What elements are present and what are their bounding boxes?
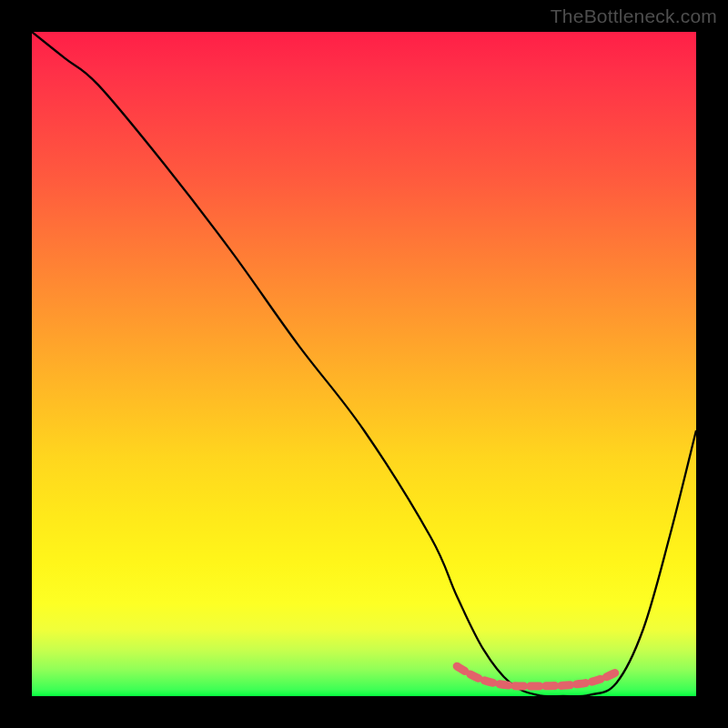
chart-frame: TheBottleneck.com — [0, 0, 728, 728]
optimal-range-path — [457, 666, 616, 686]
watermark-text: TheBottleneck.com — [551, 5, 717, 27]
curve-svg — [32, 32, 696, 696]
bottleneck-curve-path — [32, 32, 696, 696]
plot-area — [32, 32, 696, 696]
